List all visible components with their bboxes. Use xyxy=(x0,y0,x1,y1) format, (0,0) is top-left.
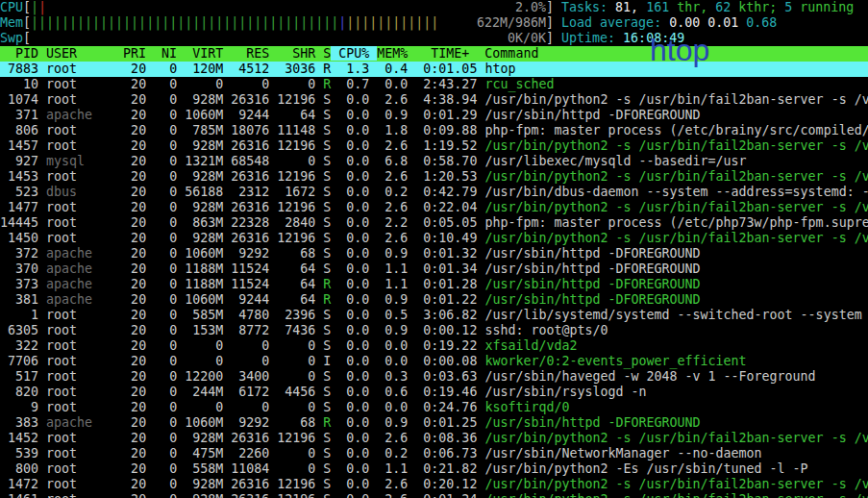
process-row[interactable]: 1461 root 20 0 928M 26316 12196 S 0.0 2.… xyxy=(0,492,868,498)
process-row[interactable]: 383 apache 20 0 1060M 9292 68 R 0.0 0.9 … xyxy=(0,415,868,431)
process-command: /usr/lib/systemd/systemd --switched-root… xyxy=(484,308,861,322)
process-row[interactable]: 9 root 20 0 0 0 0 S 0.0 0.0 0:24.76 ksof… xyxy=(0,400,868,415)
process-row[interactable]: 370 apache 20 0 1188M 11524 64 S 0.0 1.1… xyxy=(0,261,868,277)
swp-meter-bars: 0K/0K xyxy=(31,31,546,46)
sort-column-cpu[interactable]: CPU% xyxy=(331,46,377,61)
mem-meter: Mem[||||||||||||||||||||||||||||||||||||… xyxy=(0,15,868,31)
process-command: xfsaild/vda2 xyxy=(484,338,577,353)
process-row[interactable]: 806 root 20 0 785M 18076 11148 S 0.0 1.8… xyxy=(0,123,868,138)
process-row[interactable]: 381 apache 20 0 1060M 9244 64 R 0.0 0.9 … xyxy=(0,292,868,308)
process-row[interactable]: 1 root 20 0 585M 4780 2396 S 0.0 0.5 3:0… xyxy=(0,308,868,323)
process-command: php-fpm: master process (/etc/php73w/php… xyxy=(484,215,868,230)
process-row[interactable]: 371 apache 20 0 1060M 9244 64 S 0.0 0.9 … xyxy=(0,108,868,123)
process-table: 7883 root 20 0 120M 4512 3036 R 1.3 0.4 … xyxy=(0,62,868,498)
process-command: rcu_sched xyxy=(484,77,554,91)
process-row[interactable]: 1472 root 20 0 928M 26316 12196 S 0.0 2.… xyxy=(0,477,868,492)
swp-meter-value: 0K/0K xyxy=(508,31,546,46)
tasks-summary: Tasks: 81, 161 thr, 62 kthr; 5 running xyxy=(561,0,854,14)
process-command: /usr/bin/python2 -Es /usr/sbin/tuned -l … xyxy=(484,461,807,476)
process-command: /usr/bin/python2 -s /usr/bin/fail2ban-se… xyxy=(484,200,868,214)
process-row[interactable]: 1477 root 20 0 928M 26316 12196 S 0.0 2.… xyxy=(0,200,868,215)
process-row[interactable]: 1074 root 20 0 928M 26316 12196 S 0.0 2.… xyxy=(0,92,868,108)
watermark: htop xyxy=(650,42,709,58)
process-command: /usr/sbin/httpd -DFOREGROUND xyxy=(484,246,700,261)
process-command: /usr/sbin/httpd -DFOREGROUND xyxy=(484,277,700,291)
swp-meter: Swp[0K/0K] Uptime: 16:08:49 xyxy=(0,31,868,46)
process-command: /usr/sbin/httpd -DFOREGROUND xyxy=(484,261,700,276)
process-command: /usr/bin/python2 -s /usr/bin/fail2ban-se… xyxy=(484,169,868,184)
process-row[interactable]: 1452 root 20 0 928M 26316 12196 S 0.0 2.… xyxy=(0,431,868,446)
process-row[interactable]: 7706 root 20 0 0 0 0 I 0.0 0.0 0:00.08 k… xyxy=(0,354,868,369)
process-command: /usr/sbin/rsyslogd -n xyxy=(484,385,646,399)
process-command: ksoftirqd/0 xyxy=(484,400,569,414)
mem-meter-value: 622M/986M xyxy=(477,15,546,31)
process-command: /usr/bin/python2 -s /usr/bin/fail2ban-se… xyxy=(484,138,868,153)
cpu-meter-value: 2.0% xyxy=(515,0,546,15)
htop-terminal: CPU[||2.0%] Tasks: 81, 161 thr, 62 kthr;… xyxy=(0,0,868,498)
process-command: /usr/bin/python2 -s /usr/bin/fail2ban-se… xyxy=(484,231,868,245)
process-command: /usr/sbin/httpd -DFOREGROUND xyxy=(484,415,700,430)
process-row[interactable]: 322 root 20 0 0 0 0 S 0.0 0.0 0:19.22 xf… xyxy=(0,338,868,354)
process-command: /usr/bin/python2 -s /usr/bin/fail2ban-se… xyxy=(484,431,868,445)
process-row[interactable]: 1457 root 20 0 928M 26316 12196 S 0.0 2.… xyxy=(0,138,868,154)
process-row[interactable]: 927 mysql 20 0 1321M 68548 0 S 0.0 6.8 0… xyxy=(0,154,868,169)
cpu-meter-bars: ||2.0% xyxy=(31,0,546,15)
process-command: php-fpm: master process (/etc/brainy/src… xyxy=(484,123,868,137)
process-table-header[interactable]: PID USER PRI NI VIRT RES SHR S CPU% MEM%… xyxy=(0,46,868,62)
process-command: /usr/sbin/httpd -DFOREGROUND xyxy=(484,108,700,122)
process-command: /usr/bin/python2 -s /usr/bin/fail2ban-se… xyxy=(484,477,868,491)
process-command: /usr/bin/python2 -s /usr/bin/fail2ban-se… xyxy=(484,92,868,107)
process-row-selected[interactable]: 7883 root 20 0 120M 4512 3036 R 1.3 0.4 … xyxy=(0,62,868,77)
process-row[interactable]: 10 root 20 0 0 0 0 R 0.7 0.0 2:43.27 rcu… xyxy=(0,77,868,92)
process-command: sshd: root@pts/0 xyxy=(484,323,608,337)
process-command: /usr/sbin/haveged -w 2048 -v 1 --Foregro… xyxy=(484,369,815,384)
process-command: /usr/bin/python2 -s /usr/bin/fail2ban-se… xyxy=(484,492,868,498)
process-row[interactable]: 6305 root 20 0 153M 8772 7436 S 0.0 0.9 … xyxy=(0,323,868,338)
process-row[interactable]: 820 root 20 0 244M 6172 4456 S 0.0 0.6 0… xyxy=(0,385,868,400)
process-command: /usr/libexec/mysqld --basedir=/usr xyxy=(484,154,746,168)
process-command: kworker/0:2-events_power_efficient xyxy=(484,354,746,368)
process-row[interactable]: 539 root 20 0 475M 2260 0 S 0.0 0.2 0:06… xyxy=(0,446,868,461)
mem-meter-bars: ||||||||||||||||||||||||||||||||||||||||… xyxy=(31,15,546,31)
load-average: Load average: 0.00 0.01 0.68 xyxy=(561,15,777,30)
meters-panel: CPU[||2.0%] Tasks: 81, 161 thr, 62 kthr;… xyxy=(0,0,868,46)
cpu-meter: CPU[||2.0%] Tasks: 81, 161 thr, 62 kthr;… xyxy=(0,0,868,15)
process-row[interactable]: 372 apache 20 0 1060M 9292 68 S 0.0 0.9 … xyxy=(0,246,868,261)
process-row[interactable]: 373 apache 20 0 1188M 11524 64 R 0.0 1.1… xyxy=(0,277,868,292)
process-command: /usr/sbin/NetworkManager --no-daemon xyxy=(484,446,761,461)
process-command: htop xyxy=(484,62,515,76)
process-row[interactable]: 1450 root 20 0 928M 26316 12196 S 0.0 2.… xyxy=(0,231,868,246)
process-row[interactable]: 523 dbus 20 0 56188 2312 1672 S 0.0 0.2 … xyxy=(0,185,868,200)
process-row[interactable]: 1453 root 20 0 928M 26316 12196 S 0.0 2.… xyxy=(0,169,868,185)
process-command: /usr/sbin/httpd -DFOREGROUND xyxy=(484,292,700,307)
process-command: /usr/bin/dbus-daemon --system --address=… xyxy=(484,185,868,199)
process-row[interactable]: 14445 root 20 0 863M 22328 2840 S 0.0 2.… xyxy=(0,215,868,231)
process-row[interactable]: 517 root 20 0 12200 3400 0 S 0.0 0.3 0:0… xyxy=(0,369,868,385)
process-row[interactable]: 800 root 20 0 558M 11084 0 S 0.0 1.1 0:2… xyxy=(0,461,868,477)
